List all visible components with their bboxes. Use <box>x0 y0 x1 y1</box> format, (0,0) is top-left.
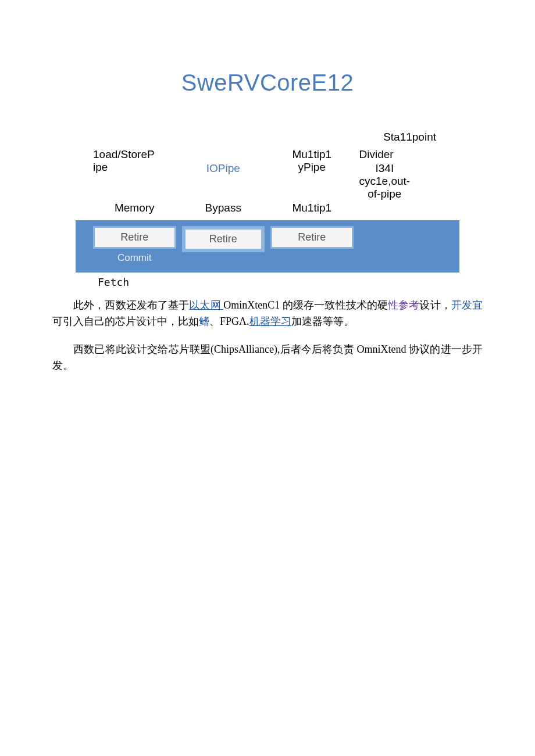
retire-box-1: Retire <box>93 226 176 249</box>
p1-purple-1: 性参考 <box>388 299 419 311</box>
retire-slot-3: Retire <box>270 226 354 249</box>
multiply-pipe-label: Mu1tip1 yPipe <box>270 148 354 176</box>
paragraph-1: 此外，西数还发布了基于以太网 OminXtenC1 的缓存一致性技术的硬性参考设… <box>52 298 483 330</box>
load-store-pipe-label: 1oad/StoreP ipe <box>93 148 176 176</box>
retire-slot-1: Retire Commit <box>93 226 176 264</box>
fin-link[interactable]: 鳍 <box>199 316 209 327</box>
divider-spacer <box>359 202 443 214</box>
divider-label: Divider <box>359 148 394 161</box>
retire-box-3: Retire <box>270 226 354 249</box>
divider-cycles-label: I34I cyc1e,out- of-pipe <box>359 162 411 200</box>
p2-text: 西数已将此设计交给芯片联盟(ChipsAlliance),后者今后将负责 Omn… <box>52 343 483 371</box>
retire-bar: Retire Commit Retire Retire <box>76 220 459 273</box>
p1-text-d: 可引入自己的芯片设计中，比如 <box>52 316 199 327</box>
p1-text-a: 此外，西数还发布了基于 <box>73 299 189 311</box>
memory-label: Memory <box>93 202 176 214</box>
divider-column: Divider I34I cyc1e,out- of-pipe <box>359 148 443 200</box>
page-title: SweRVCoreE12 <box>52 70 483 96</box>
io-pipe-label: IOPipe <box>182 148 265 176</box>
machine-learning-link[interactable]: 机器学习 <box>249 316 291 327</box>
ethernet-link[interactable]: 以太网 <box>189 299 223 311</box>
stallpoint-label: Sta11point <box>383 131 436 144</box>
commit-label: Commit <box>117 252 152 264</box>
retire-slot-2: Retire <box>182 226 265 252</box>
pipe-sub-row: Memory Bypass Mu1tip1 <box>76 200 459 220</box>
p1-text-e: 、FPGΛ. <box>209 316 249 327</box>
multipl-label: Mu1tip1 <box>270 202 354 214</box>
p1-text-f: 加速器等等。 <box>291 316 354 327</box>
bypass-label: Bypass <box>182 202 265 214</box>
p1-text-b: OminXtenC1 的缓存一致性技术的硬 <box>223 299 388 311</box>
paragraph-2: 西数已将此设计交给芯片联盟(ChipsAlliance),后者今后将负责 Omn… <box>52 342 483 374</box>
pipeline-diagram: Sta11point 1oad/StoreP ipe IOPipe Mu1tip… <box>76 148 459 273</box>
p1-text-c: 设计， <box>419 299 451 311</box>
pipe-title-row: 1oad/StoreP ipe IOPipe Mu1tip1 yPipe Div… <box>76 148 459 200</box>
develop-link[interactable]: 开发宜 <box>451 299 483 311</box>
retire-box-2: Retire <box>182 226 265 252</box>
fetch-label: Fetch <box>98 276 483 288</box>
